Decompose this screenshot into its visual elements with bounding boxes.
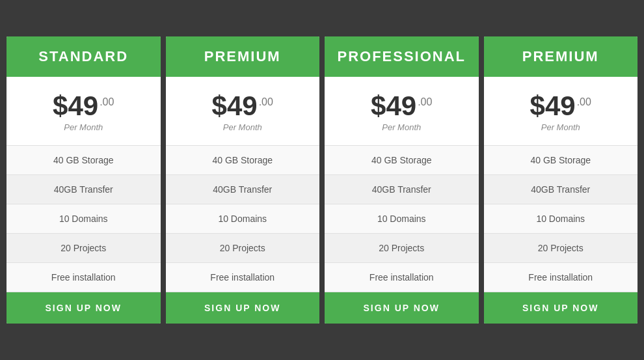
feature-item-premium1-1: 40GB Transfer (166, 175, 320, 204)
feature-item-standard-0: 40 GB Storage (7, 146, 161, 175)
feature-item-professional-3: 20 Projects (325, 234, 479, 263)
features-list-premium2: 40 GB Storage 40GB Transfer 10 Domains 2… (484, 146, 638, 292)
card-header-premium2: PREMIUM (484, 36, 638, 77)
pricing-container: STANDARD $49 .00 Per Month 40 GB Storage… (0, 30, 644, 330)
feature-item-standard-1: 40GB Transfer (7, 175, 161, 204)
price-main-premium1: $49 .00 (212, 92, 273, 120)
feature-item-professional-4: Free installation (325, 263, 479, 292)
feature-item-premium1-0: 40 GB Storage (166, 146, 320, 175)
price-cents-premium2: .00 (577, 96, 591, 108)
pricing-card-premium1: PREMIUM $49 .00 Per Month 40 GB Storage … (166, 36, 320, 324)
signup-button-standard[interactable]: SIGN UP NOW (7, 292, 161, 324)
price-main-professional: $49 .00 (371, 92, 432, 120)
price-period-premium2: Per Month (490, 122, 632, 132)
price-dollar-professional: $49 (371, 92, 416, 120)
price-section-standard: $49 .00 Per Month (7, 77, 161, 146)
card-header-professional: PROFESSIONAL (325, 36, 479, 77)
price-dollar-standard: $49 (53, 92, 98, 120)
feature-item-premium1-2: 10 Domains (166, 204, 320, 234)
price-main-premium2: $49 .00 (530, 92, 591, 120)
signup-button-professional[interactable]: SIGN UP NOW (325, 292, 479, 324)
price-period-professional: Per Month (331, 122, 472, 132)
feature-item-standard-4: Free installation (7, 263, 161, 292)
price-cents-professional: .00 (418, 96, 432, 108)
feature-item-professional-1: 40GB Transfer (325, 175, 479, 204)
feature-item-premium1-4: Free installation (166, 263, 320, 292)
price-section-professional: $49 .00 Per Month (325, 77, 479, 146)
feature-item-premium2-2: 10 Domains (484, 204, 638, 234)
card-header-premium1: PREMIUM (166, 36, 320, 77)
price-section-premium1: $49 .00 Per Month (166, 77, 320, 146)
signup-button-premium1[interactable]: SIGN UP NOW (166, 292, 320, 324)
features-list-premium1: 40 GB Storage 40GB Transfer 10 Domains 2… (166, 146, 320, 292)
pricing-card-premium2: PREMIUM $49 .00 Per Month 40 GB Storage … (484, 36, 638, 324)
price-period-premium1: Per Month (172, 122, 314, 132)
price-dollar-premium2: $49 (530, 92, 576, 120)
signup-button-premium2[interactable]: SIGN UP NOW (484, 292, 638, 324)
price-dollar-premium1: $49 (212, 92, 258, 120)
price-main-standard: $49 .00 (53, 92, 114, 120)
feature-item-premium1-3: 20 Projects (166, 234, 320, 263)
feature-item-standard-2: 10 Domains (7, 204, 161, 234)
feature-item-premium2-4: Free installation (484, 263, 638, 292)
feature-item-premium2-0: 40 GB Storage (484, 146, 638, 175)
card-header-standard: STANDARD (7, 36, 161, 77)
price-cents-standard: .00 (100, 96, 114, 108)
price-cents-premium1: .00 (259, 96, 273, 108)
price-section-premium2: $49 .00 Per Month (484, 77, 638, 146)
feature-item-professional-0: 40 GB Storage (325, 146, 479, 175)
features-list-standard: 40 GB Storage 40GB Transfer 10 Domains 2… (7, 146, 161, 292)
feature-item-premium2-1: 40GB Transfer (484, 175, 638, 204)
feature-item-standard-3: 20 Projects (7, 234, 161, 263)
pricing-card-professional: PROFESSIONAL $49 .00 Per Month 40 GB Sto… (325, 36, 479, 324)
feature-item-premium2-3: 20 Projects (484, 234, 638, 263)
feature-item-professional-2: 10 Domains (325, 204, 479, 234)
price-period-standard: Per Month (13, 122, 154, 132)
pricing-card-standard: STANDARD $49 .00 Per Month 40 GB Storage… (7, 36, 161, 324)
features-list-professional: 40 GB Storage 40GB Transfer 10 Domains 2… (325, 146, 479, 292)
